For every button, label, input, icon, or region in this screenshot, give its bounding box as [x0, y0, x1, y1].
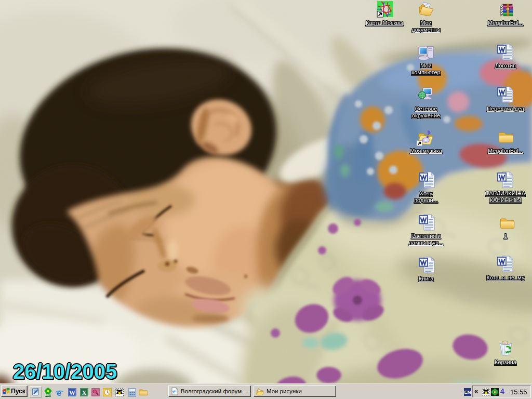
svg-text:X: X	[82, 389, 87, 396]
svg-text:e: e	[57, 388, 61, 397]
svg-text:PRO: PRO	[45, 394, 52, 397]
svg-text:W: W	[69, 389, 75, 396]
svg-text:e: e	[173, 389, 176, 394]
